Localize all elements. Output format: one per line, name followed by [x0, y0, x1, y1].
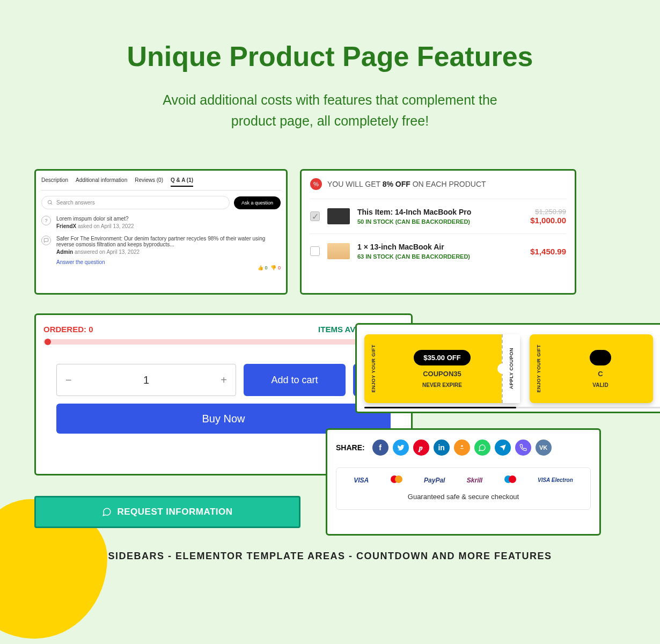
answer-text: Safer For The Environment: Our denim fac…	[56, 236, 281, 247]
qa-tabs: Description Additional information Revie…	[41, 177, 281, 191]
coupon-expiry: NEVER EXPIRE	[422, 382, 462, 388]
new-price: $1,450.99	[530, 247, 566, 256]
question-text: Lorem imspum dolor sit amet?	[56, 216, 281, 222]
coupon-amount	[590, 350, 611, 365]
page-title: Unique Product Page Features	[0, 40, 660, 72]
bundle-panel: % YOU WILL GET 8% OFF ON EACH PRODUCT ✓ …	[300, 169, 576, 295]
coupon-ticket[interactable]: ENJOY YOUR GIFT $35.00 OFF COUPON35 NEVE…	[364, 334, 520, 403]
checkbox-checked[interactable]: ✓	[310, 211, 320, 221]
svg-line-1	[51, 203, 52, 204]
checkbox-unchecked[interactable]	[310, 246, 320, 256]
linkedin-icon[interactable]: in	[434, 440, 450, 456]
guarantee-text: Guaranteed safe & secure checkout	[343, 493, 584, 501]
vote-controls: 👍 0 👎 0	[258, 265, 281, 270]
bundle-item: ✓ This Item: 14-Inch MacBook Pro 50 IN S…	[310, 199, 566, 234]
coupon-code: COUPON35	[423, 370, 461, 378]
ordered-label: ORDERED: 0	[43, 325, 93, 334]
svg-point-0	[48, 200, 51, 203]
tab-description[interactable]: Description	[41, 177, 68, 187]
question-item: ? Lorem imspum dolor sit amet? FriendX a…	[41, 216, 281, 229]
thumbs-up-icon[interactable]: 👍 0	[258, 265, 268, 270]
bundle-item: 1 × 13-inch MacBook Air 63 IN STOCK (CAN…	[310, 234, 566, 268]
percent-icon: %	[310, 178, 322, 190]
svg-point-2	[461, 445, 463, 447]
answer-icon	[41, 236, 51, 245]
product-name: 1 × 13-inch MacBook Air	[357, 243, 523, 251]
bundle-headline: % YOU WILL GET 8% OFF ON EACH PRODUCT	[310, 178, 566, 199]
coupon-code-partial: C	[598, 370, 603, 378]
apply-coupon-label[interactable]: APPLY COUPON	[509, 348, 514, 389]
question-icon: ?	[41, 216, 51, 225]
horizontal-scrollbar[interactable]	[364, 407, 660, 408]
coupon-enjoy-label: ENJOY YOUR GIFT	[536, 345, 541, 392]
footer-features-text: SIDEBARS - ELEMENTOR TEMPLATE AREAS - CO…	[0, 551, 660, 562]
paypal-logo: PayPal	[424, 477, 445, 484]
coupon-enjoy-label: ENJOY YOUR GIFT	[371, 345, 376, 392]
search-icon	[47, 200, 53, 206]
add-to-cart-button[interactable]: Add to cart	[244, 364, 346, 396]
visa-electron-logo: VISA Electron	[538, 478, 573, 483]
coupon-valid-label: VALID	[592, 382, 608, 388]
tab-reviews[interactable]: Reviews (0)	[135, 177, 163, 187]
whatsapp-icon[interactable]	[474, 440, 490, 456]
odnoklassniki-icon[interactable]	[454, 440, 470, 456]
question-meta: FriendX asked on April 13, 2022	[56, 223, 281, 229]
answer-item: Safer For The Environment: Our denim fac…	[41, 236, 281, 255]
progress-knob	[45, 339, 51, 345]
pinterest-icon[interactable]: 𝒑	[413, 440, 429, 456]
qa-panel: Description Additional information Revie…	[34, 169, 288, 295]
old-price: $1,250.99	[530, 208, 566, 216]
facebook-icon[interactable]: f	[372, 440, 388, 456]
quantity-stepper[interactable]: − 1 +	[56, 364, 236, 396]
coupon-ticket[interactable]: ENJOY YOUR GIFT C VALID	[530, 334, 653, 403]
visa-logo: VISA	[354, 477, 369, 484]
request-information-button[interactable]: REQUEST INFORMATION	[34, 496, 300, 528]
stock-label: 63 IN STOCK (CAN BE BACKORDERED)	[357, 253, 523, 260]
share-label: SHARE:	[336, 443, 365, 452]
product-name: This Item: 14-Inch MacBook Pro	[357, 208, 523, 216]
maestro-logo	[504, 475, 516, 485]
answer-meta: Admin answered on April 13, 2022	[56, 249, 281, 255]
viber-icon[interactable]	[515, 440, 531, 456]
product-thumbnail	[327, 208, 350, 224]
product-thumbnail	[327, 243, 350, 259]
coupon-amount: $35.00 OFF	[414, 350, 470, 365]
ask-question-button[interactable]: Ask a question	[234, 196, 281, 209]
skrill-logo: Skrill	[467, 477, 482, 484]
tab-qa[interactable]: Q & A (1)	[171, 177, 193, 187]
new-price: $1,000.00	[530, 216, 566, 225]
tab-additional-info[interactable]: Additional information	[76, 177, 127, 187]
minus-icon[interactable]: −	[65, 374, 72, 386]
payment-box: VISA PayPal Skrill VISA Electron Guarant…	[336, 467, 591, 510]
share-panel: SHARE: f 𝒑 in VK VISA PayPal Skrill VISA…	[326, 428, 601, 536]
quantity-value: 1	[143, 374, 149, 386]
plus-icon[interactable]: +	[221, 374, 227, 386]
vk-icon[interactable]: VK	[536, 440, 552, 456]
whatsapp-icon	[102, 507, 112, 517]
coupon-panel: ENJOY YOUR GIFT $35.00 OFF COUPON35 NEVE…	[355, 323, 660, 413]
stock-label: 50 IN STOCK (CAN BE BACKORDERED)	[357, 218, 523, 225]
stock-progress	[43, 339, 404, 345]
thumbs-down-icon[interactable]: 👎 0	[270, 265, 281, 270]
page-subtitle: Avoid additional costs with features tha…	[0, 90, 660, 131]
twitter-icon[interactable]	[393, 440, 409, 456]
search-input[interactable]: Search answers	[41, 196, 230, 209]
answer-question-link[interactable]: Answer the question	[56, 259, 281, 265]
mastercard-logo	[391, 475, 402, 485]
telegram-icon[interactable]	[495, 440, 511, 456]
